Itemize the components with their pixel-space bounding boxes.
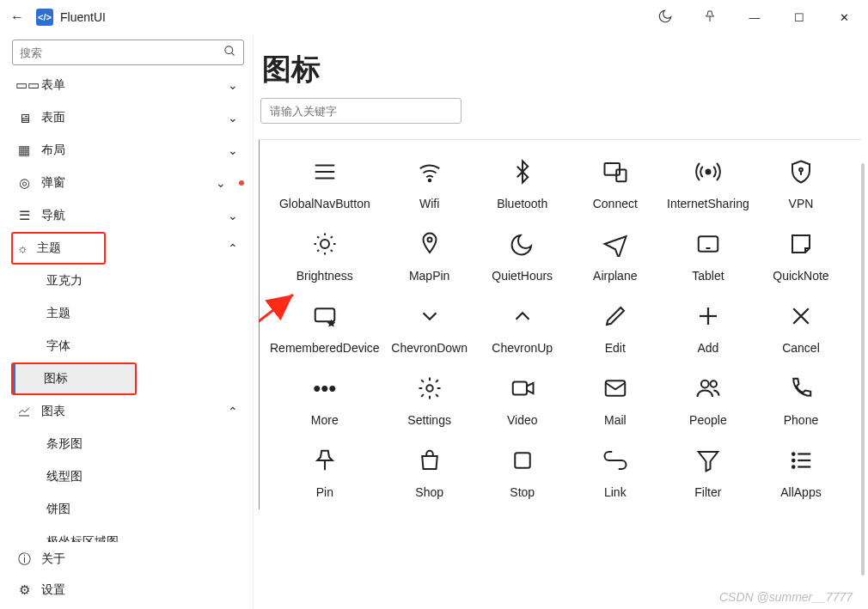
icon-cell-remembereddevice[interactable]: RememberedDevice: [270, 303, 380, 355]
svg-line-2: [231, 52, 234, 55]
search-input[interactable]: [20, 46, 223, 59]
svg-point-31: [426, 385, 433, 392]
close-button[interactable]: ✕: [825, 11, 863, 24]
notification-dot: [239, 180, 244, 186]
chart-icon: [15, 404, 33, 420]
icon-cell-settings[interactable]: Settings: [387, 375, 473, 427]
chevron-down-icon: ⌄: [223, 78, 242, 92]
sidebar-item-polar[interactable]: 极坐标区域图: [33, 526, 249, 542]
svg-line-18: [317, 236, 319, 238]
icon-cell-quicknote[interactable]: QuickNote: [758, 231, 844, 283]
icon-cell-chevronup[interactable]: ChevronUp: [480, 303, 565, 355]
svg-point-13: [321, 240, 329, 248]
svg-point-7: [428, 180, 431, 182]
pin-window-icon[interactable]: [691, 9, 729, 26]
sidebar-item-layout[interactable]: ▦ 布局 ⌄: [9, 134, 249, 167]
svg-marker-40: [699, 452, 718, 472]
chart-submenu: 条形图 线型图 饼图 极坐标区域图: [9, 428, 249, 542]
svg-point-11: [799, 168, 803, 172]
back-button[interactable]: ←: [5, 9, 29, 25]
nav-icon: ☰: [15, 208, 33, 223]
icon-cell-internetsharing[interactable]: InternetSharing: [665, 159, 751, 210]
icon-cell-stop[interactable]: Stop: [480, 448, 565, 499]
icon-cell-bluetooth[interactable]: Bluetooth: [480, 159, 565, 210]
filter-input[interactable]: [270, 105, 452, 118]
sidebar-item-theme-sub[interactable]: 主题: [33, 297, 249, 330]
search-box[interactable]: [12, 40, 244, 65]
sidebar-item-form[interactable]: ▭▭ 表单 ⌄: [9, 69, 249, 101]
icon-cell-allapps[interactable]: AllApps: [758, 448, 844, 499]
icon-cell-mail[interactable]: Mail: [572, 375, 658, 427]
chevron-down-icon: ⌄: [223, 209, 242, 222]
icon-cell-cancel[interactable]: Cancel: [758, 303, 844, 355]
sidebar-item-line[interactable]: 线型图: [33, 460, 249, 493]
maximize-button[interactable]: ☐: [780, 11, 818, 24]
sidebar-item-about[interactable]: ⓘ 关于: [9, 544, 248, 575]
icon-cell-tablet[interactable]: Tablet: [665, 231, 751, 283]
scrollbar[interactable]: [861, 163, 865, 576]
sidebar-item-nav[interactable]: ☰ 导航 ⌄: [9, 199, 249, 232]
icon-cell-mappin[interactable]: MapPin: [387, 231, 473, 283]
sidebar-item-popup[interactable]: ◎ 弹窗 ⌄: [9, 167, 249, 199]
form-icon: ▭▭: [15, 77, 33, 93]
icon-cell-shop[interactable]: Shop: [387, 448, 473, 499]
titlebar: ← </> FluentUI — ☐ ✕: [0, 0, 868, 34]
filter-box[interactable]: [260, 98, 462, 124]
icon-cell-edit[interactable]: Edit: [572, 303, 658, 355]
icon-cell-globalnavbutton[interactable]: GlobalNavButton: [270, 159, 380, 210]
icon-cell-airplane[interactable]: Airplane: [572, 231, 658, 283]
layout-icon: ▦: [15, 143, 33, 158]
theme-toggle-icon[interactable]: [646, 9, 684, 27]
sidebar-item-bar[interactable]: 条形图: [33, 428, 249, 460]
sidebar-item-surface[interactable]: 🖥 表面 ⌄: [9, 101, 249, 134]
svg-point-43: [792, 460, 795, 462]
svg-line-20: [317, 250, 319, 252]
sidebar-item-chart[interactable]: 图表 ⌃: [9, 395, 249, 428]
svg-rect-38: [515, 453, 530, 468]
sidebar-item-settings[interactable]: ⚙ 设置: [9, 575, 248, 606]
svg-point-35: [701, 381, 709, 388]
icon-cell-more[interactable]: •••More: [270, 375, 380, 427]
icon-cell-quiethours[interactable]: QuietHours: [480, 231, 565, 283]
app-logo: </>: [36, 9, 53, 26]
icon-cell-pin[interactable]: Pin: [270, 448, 380, 499]
annotation-box-theme: ☼ 主题: [11, 232, 106, 265]
icon-cell-video[interactable]: Video: [480, 375, 565, 427]
icon-cell-people[interactable]: People: [665, 375, 751, 427]
minimize-button[interactable]: —: [736, 11, 773, 24]
sidebar-item-font[interactable]: 字体: [33, 330, 249, 362]
icon-cell-chevrondown[interactable]: ChevronDown: [387, 303, 473, 355]
chevron-down-icon: ⌄: [223, 143, 242, 157]
chevron-up-icon: ⌃: [223, 405, 242, 418]
icon-cell-brightness[interactable]: Brightness: [270, 231, 380, 283]
icon-cell-add[interactable]: Add: [665, 303, 751, 355]
icon-cell-wifi[interactable]: Wifi: [387, 159, 473, 210]
svg-rect-34: [606, 381, 626, 396]
svg-marker-33: [527, 383, 534, 394]
icon-cell-link[interactable]: Link: [572, 448, 658, 499]
svg-point-36: [710, 381, 717, 387]
brightness-icon: ☼: [17, 241, 28, 255]
sidebar-item-pie[interactable]: 饼图: [33, 493, 249, 526]
sidebar-item-acrylic[interactable]: 亚克力: [33, 265, 249, 297]
svg-rect-23: [699, 236, 718, 252]
gear-icon: ⚙: [15, 582, 33, 598]
icon-cell-vpn[interactable]: VPN: [758, 159, 844, 210]
sidebar-footer: ⓘ 关于 ⚙ 设置: [3, 542, 253, 609]
content-pane: 图标 GlobalNavButton Wifi Bluetooth Connec…: [253, 34, 868, 609]
svg-point-41: [792, 453, 795, 455]
icon-scroll[interactable]: GlobalNavButton Wifi Bluetooth Connect I…: [259, 139, 861, 609]
chevron-down-icon: ⌄: [211, 176, 230, 190]
search-icon: [223, 45, 236, 60]
svg-point-22: [427, 238, 431, 242]
icon-cell-connect[interactable]: Connect: [572, 159, 658, 210]
theme-submenu: 亚克力 主题 字体: [9, 265, 249, 362]
icon-cell-filter[interactable]: Filter: [665, 448, 751, 499]
app-title: FluentUI: [60, 10, 106, 24]
icon-cell-phone[interactable]: Phone: [758, 375, 844, 427]
svg-line-19: [331, 250, 333, 252]
svg-point-1: [225, 46, 233, 54]
sidebar-item-icon[interactable]: 图标: [13, 364, 135, 393]
surface-icon: 🖥: [15, 111, 33, 125]
chevron-down-icon: ⌄: [223, 111, 242, 125]
